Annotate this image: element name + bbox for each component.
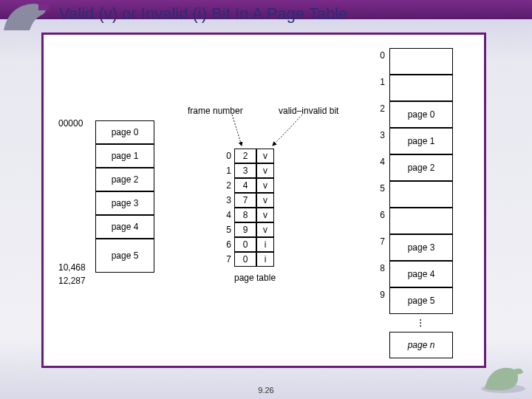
addr-12287: 12,287 — [58, 276, 86, 286]
addr-10468: 10,468 — [58, 262, 86, 273]
pt-bit: v — [256, 163, 274, 178]
phys-frame — [389, 181, 453, 208]
pt-bit: v — [256, 149, 274, 163]
valid-invalid-label: valid–invalid bit — [279, 106, 338, 116]
phys-frame — [389, 208, 453, 234]
phys-idx: 7 — [375, 236, 385, 247]
pt-idx: 1 — [221, 166, 231, 176]
pt-bit: i — [256, 252, 274, 267]
pt-bit: i — [256, 237, 274, 252]
addr-00000: 00000 — [58, 118, 83, 129]
pt-bit: v — [256, 178, 274, 193]
dino-bottom-right-icon — [477, 359, 529, 396]
diagram-panel: 00000 10,468 12,287 page 0 page 1 page 2… — [41, 33, 486, 368]
vertical-dots-icon: ··· — [419, 318, 422, 327]
phys-idx: 5 — [375, 183, 385, 194]
phys-frame: page 2 — [389, 154, 453, 181]
pt-frame: 0 — [234, 237, 256, 252]
phys-frame: page 4 — [389, 261, 453, 287]
frame-number-label: frame number — [188, 106, 243, 116]
pt-frame: 2 — [234, 149, 256, 163]
pt-idx: 0 — [221, 151, 231, 161]
phys-frame: page 5 — [389, 287, 453, 314]
pt-idx: 5 — [221, 225, 231, 235]
phys-idx: 9 — [375, 290, 385, 300]
pt-frame: 4 — [234, 178, 256, 193]
dino-top-left-icon — [0, 0, 59, 34]
page-table-caption: page table — [234, 273, 276, 283]
logical-page: page 0 — [95, 120, 154, 144]
pt-frame: 9 — [234, 222, 256, 237]
logical-page: page 4 — [95, 215, 154, 239]
slide-title: Valid (v) or Invalid (i) Bit In A Page T… — [59, 4, 517, 24]
pt-frame: 0 — [234, 252, 256, 267]
pt-bit: v — [256, 222, 274, 237]
logical-page: page 1 — [95, 144, 154, 168]
phys-frame-n: page n — [389, 332, 453, 358]
pt-idx: 3 — [221, 195, 231, 205]
pt-idx: 2 — [221, 180, 231, 191]
phys-idx: 6 — [375, 210, 385, 220]
pt-bit: v — [256, 193, 274, 208]
pt-bit: v — [256, 208, 274, 222]
phys-frame: page 3 — [389, 234, 453, 261]
svg-rect-0 — [38, 4, 49, 10]
phys-idx: 3 — [375, 130, 385, 140]
phys-frame — [389, 75, 453, 101]
pt-idx: 7 — [221, 254, 231, 265]
phys-frame: page 0 — [389, 101, 453, 128]
pt-frame: 3 — [234, 163, 256, 178]
logical-page: page 5 — [95, 239, 154, 273]
phys-idx: 2 — [375, 103, 385, 114]
phys-frame — [389, 48, 453, 75]
phys-idx: 0 — [375, 50, 385, 61]
pt-frame: 7 — [234, 193, 256, 208]
phys-frame: page 1 — [389, 128, 453, 154]
pt-frame: 8 — [234, 208, 256, 222]
logical-page: page 3 — [95, 191, 154, 215]
phys-idx: 8 — [375, 263, 385, 273]
slide-number: 9.26 — [0, 386, 532, 395]
pt-idx: 6 — [221, 239, 231, 250]
phys-idx: 4 — [375, 157, 385, 167]
phys-idx: 1 — [375, 77, 385, 87]
pt-idx: 4 — [221, 210, 231, 220]
logical-page: page 2 — [95, 168, 154, 191]
